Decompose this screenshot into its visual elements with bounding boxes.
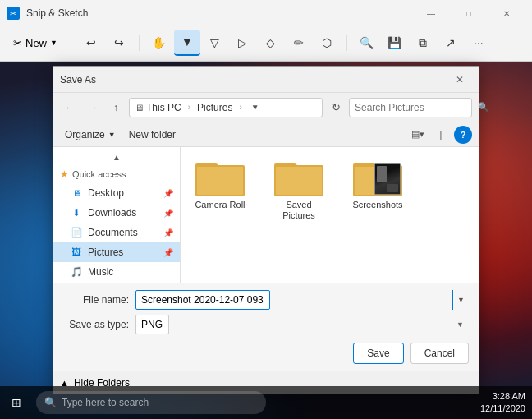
screenshots-label: Screenshots <box>352 200 402 210</box>
breadcrumb-pictures[interactable]: Pictures <box>197 102 232 113</box>
undo-button[interactable]: ↩ <box>78 30 104 56</box>
savetype-select[interactable]: PNG <box>135 315 169 334</box>
save-button[interactable]: 💾 <box>382 30 408 56</box>
dialog-titlebar: Save As ✕ <box>53 67 479 93</box>
save-button[interactable]: Save <box>353 343 403 364</box>
new-dropdown-icon: ▼ <box>50 39 57 47</box>
taskbar-right: 3:28 AM 12/11/2020 <box>480 390 532 416</box>
taskbar: ⊞ 🔍 Type here to search 3:28 AM 12/11/20… <box>0 386 532 419</box>
more-button[interactable]: ··· <box>466 30 492 56</box>
address-bar[interactable]: 🖥 This PC › Pictures › ▼ <box>129 98 323 117</box>
sidebar-item-documents[interactable]: 📄 Documents 📌 <box>53 223 180 242</box>
taskbar-clock[interactable]: 3:28 AM 12/11/2020 <box>480 390 525 416</box>
redo-button[interactable]: ↪ <box>106 30 132 56</box>
view-separator: | <box>431 126 451 144</box>
app-window: ✂ Snip & Sketch — □ ✕ ✂ New ▼ ↩ ↪ ✋ ▼ ▽ … <box>0 0 532 62</box>
sidebar-item-pictures[interactable]: 🖼 Pictures 📌 <box>53 242 180 262</box>
taskbar-search-placeholder: Type here to search <box>62 397 149 408</box>
camera-roll-label: Camera Roll <box>195 200 245 210</box>
sidebar: ▲ ★ Quick access 🖥 Desktop 📌 ⬇ <box>53 147 181 283</box>
new-label: New <box>25 37 47 49</box>
ruler-button[interactable]: ✏ <box>286 30 312 56</box>
back-button[interactable]: ← <box>60 98 80 117</box>
folder-screenshots[interactable]: Screenshots <box>345 154 410 214</box>
new-button[interactable]: ✂ New ▼ <box>7 30 64 56</box>
filename-input[interactable] <box>135 290 270 310</box>
toolbar-separator-2 <box>139 35 140 51</box>
forward-button[interactable]: → <box>83 98 103 117</box>
saved-pictures-label: Saved Pictures <box>269 200 328 221</box>
app-toolbar: ✂ New ▼ ↩ ↪ ✋ ▼ ▽ ▷ ◇ ✏ ⬡ 🔍 💾 ⧉ ↗ ··· <box>0 26 532 59</box>
desktop-icon: 🖥 <box>70 187 83 199</box>
navigation-bar: ← → ↑ 🖥 This PC › Pictures › ▼ ↻ 🔍 <box>53 93 479 122</box>
touch-draw-button[interactable]: ✋ <box>146 30 172 56</box>
downloads-icon: ⬇ <box>70 207 83 219</box>
save-as-dialog: Save As ✕ ← → ↑ 🖥 This PC › Pictures › ▼… <box>53 66 479 394</box>
new-icon: ✂ <box>13 37 22 49</box>
help-button[interactable]: ? <box>454 126 472 144</box>
savetype-label: Save as type: <box>63 319 129 330</box>
highlighter-button[interactable]: ▷ <box>230 30 256 56</box>
copy-button[interactable]: ⧉ <box>410 30 436 56</box>
maximize-button[interactable]: □ <box>450 0 488 26</box>
breadcrumb-sep-1: › <box>188 103 190 112</box>
screenshots-icon <box>353 157 402 196</box>
quick-access-header: ★ Quick access <box>53 165 180 183</box>
quick-access-section: ★ Quick access 🖥 Desktop 📌 ⬇ Downloads 📌 <box>53 163 180 283</box>
filename-dropdown-button[interactable]: ▼ <box>452 290 469 310</box>
folder-camera-roll[interactable]: Camera Roll <box>187 154 253 214</box>
dialog-buttons: Save Cancel <box>63 339 469 364</box>
eraser-button[interactable]: ◇ <box>258 30 284 56</box>
address-dropdown-button[interactable]: ▼ <box>249 98 262 117</box>
pin-icon-3: 📌 <box>163 228 173 237</box>
taskbar-search-icon: 🔍 <box>44 397 57 408</box>
refresh-button[interactable]: ↻ <box>326 98 346 117</box>
ballpoint-pen-button[interactable]: ▼ <box>174 30 200 56</box>
toolbar2-right: ▤▾ | ? <box>408 126 472 144</box>
savetype-select-wrap: PNG <box>135 315 469 334</box>
search-box[interactable]: 🔍 <box>349 98 472 117</box>
camera-roll-icon <box>195 157 245 196</box>
sidebar-item-music[interactable]: 🎵 Music <box>53 262 180 282</box>
toolbar-separator-1 <box>71 35 71 51</box>
music-icon: 🎵 <box>70 266 83 278</box>
new-folder-button[interactable]: New folder <box>124 126 181 144</box>
cancel-button[interactable]: Cancel <box>410 343 469 364</box>
zoom-button[interactable]: 🔍 <box>354 30 380 56</box>
search-icon: 🔍 <box>478 102 489 113</box>
saved-pictures-icon <box>274 157 323 196</box>
search-input[interactable] <box>355 102 478 113</box>
drawing-tools-group: ✋ ▼ ▽ ▷ ◇ ✏ ⬡ <box>146 30 340 56</box>
secondary-toolbar: Organize ▼ New folder ▤▾ | ? <box>53 122 479 147</box>
app-icon: ✂ <box>7 7 20 20</box>
dialog-bottom: File name: ▼ Save as type: PNG Save Canc… <box>53 283 479 371</box>
folder-saved-pictures[interactable]: Saved Pictures <box>266 154 332 224</box>
close-button[interactable]: ✕ <box>488 0 525 26</box>
new-folder-label: New folder <box>129 129 176 140</box>
filename-label: File name: <box>63 294 129 306</box>
app-title: Snip & Sketch <box>26 7 412 19</box>
view-toggle-button[interactable]: ▤▾ <box>408 126 428 144</box>
organize-button[interactable]: Organize ▼ <box>60 126 121 144</box>
calligraphy-button[interactable]: ▽ <box>202 30 228 56</box>
breadcrumb-thispc[interactable]: 🖥 This PC <box>135 102 181 113</box>
toolbar-separator-3 <box>346 35 347 51</box>
breadcrumb-sep-2: › <box>239 103 241 112</box>
share-button[interactable]: ↗ <box>438 30 464 56</box>
savetype-row: Save as type: PNG <box>63 315 469 334</box>
crop-button[interactable]: ⬡ <box>314 30 340 56</box>
dialog-close-button[interactable]: ✕ <box>441 67 479 93</box>
sidebar-item-downloads[interactable]: ⬇ Downloads 📌 <box>53 203 180 223</box>
sidebar-item-desktop[interactable]: 🖥 Desktop 📌 <box>53 183 180 203</box>
taskbar-search[interactable]: 🔍 Type here to search <box>36 391 266 414</box>
up-button[interactable]: ↑ <box>106 98 126 117</box>
pin-icon-4: 📌 <box>163 248 173 257</box>
app-titlebar: ✂ Snip & Sketch — □ ✕ <box>0 0 532 26</box>
pictures-icon: 🖼 <box>70 246 83 258</box>
undo-redo-group: ↩ ↪ <box>78 30 132 56</box>
start-button[interactable]: ⊞ <box>0 386 33 419</box>
sidebar-scroll-up[interactable]: ▲ <box>53 150 180 163</box>
pin-icon: 📌 <box>163 189 173 198</box>
minimize-button[interactable]: — <box>412 0 450 26</box>
organize-dropdown-icon: ▼ <box>108 131 116 139</box>
